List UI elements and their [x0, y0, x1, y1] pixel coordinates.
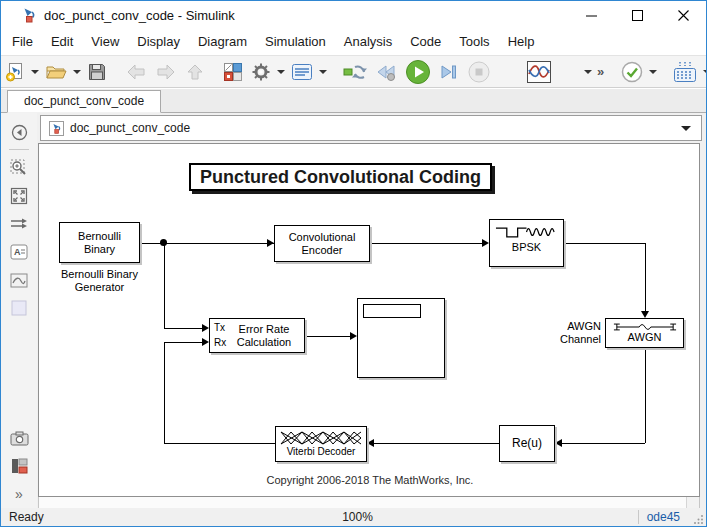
minimize-button[interactable] — [568, 1, 614, 29]
block-complex-to-real[interactable]: Re(u) — [499, 425, 555, 462]
port-tx: Tx — [214, 323, 225, 333]
block-bernoulli-binary[interactable]: Bernoulli Binary — [59, 222, 140, 263]
new-model-button[interactable] — [2, 58, 28, 86]
resize-grip[interactable] — [694, 514, 704, 524]
more-tools-button[interactable]: » — [9, 484, 29, 504]
solver-indicator[interactable]: ode45 — [647, 510, 680, 524]
awgn-label-inner: AWGN — [628, 331, 662, 344]
build-button[interactable] — [670, 58, 700, 86]
check-circle-icon — [621, 61, 643, 83]
display-value-field — [363, 304, 421, 318]
signal-routing-button[interactable] — [9, 214, 29, 234]
menu-help[interactable]: Help — [499, 29, 544, 55]
bpsk-label: BPSK — [512, 241, 541, 254]
menu-bar: File Edit View Display Diagram Simulatio… — [1, 29, 706, 55]
model-settings-dropdown[interactable] — [277, 70, 285, 74]
model-settings-button[interactable] — [248, 58, 274, 86]
minimize-icon — [586, 10, 597, 21]
block-label-bernoulli[interactable]: Bernoulli Binary Generator — [39, 268, 160, 294]
step-back-button[interactable] — [372, 58, 400, 86]
palette-divider — [9, 149, 29, 150]
menu-display[interactable]: Display — [128, 29, 189, 55]
signal-wire[interactable] — [564, 243, 645, 244]
update-diagram-button[interactable] — [340, 58, 370, 86]
menu-simulation[interactable]: Simulation — [256, 29, 335, 55]
block-viterbi-decoder[interactable]: Viterbi Decoder — [275, 426, 367, 462]
block-error-rate-calculation[interactable]: Tx Rx Error Rate Calculation — [209, 318, 305, 353]
sdi-dropdown[interactable] — [584, 70, 592, 74]
signal-wire[interactable] — [374, 443, 499, 444]
build-dropdown[interactable] — [703, 70, 707, 74]
signal-wire[interactable] — [305, 336, 350, 337]
signal-wire[interactable] — [164, 243, 165, 328]
model-advisor-dropdown[interactable] — [649, 70, 657, 74]
menu-view[interactable]: View — [82, 29, 128, 55]
open-dropdown[interactable] — [73, 70, 81, 74]
block-bpsk-modulator[interactable]: BPSK — [489, 219, 564, 267]
screenshot-button[interactable] — [9, 428, 29, 448]
build-keyboard-icon — [673, 61, 697, 83]
block-display[interactable] — [357, 298, 445, 378]
menu-edit[interactable]: Edit — [42, 29, 82, 55]
breadcrumb[interactable]: doc_punct_conv_code — [70, 121, 190, 135]
fit-to-view-button[interactable] — [9, 186, 29, 206]
wire-arrowhead — [202, 324, 209, 332]
maximize-button[interactable] — [614, 1, 660, 29]
wire-arrowhead — [641, 311, 649, 318]
annotation-button[interactable]: A — [9, 242, 29, 262]
tab-doc-punct-conv-code[interactable]: doc_punct_conv_code — [7, 90, 161, 113]
block-awgn-channel[interactable]: AWGN — [605, 318, 684, 348]
signal-wire[interactable] — [164, 342, 165, 443]
main-area: A — [1, 113, 706, 508]
menu-tools[interactable]: Tools — [450, 29, 498, 55]
scope-plot-icon — [526, 60, 552, 84]
stop-button[interactable] — [464, 58, 494, 86]
close-button[interactable] — [660, 1, 706, 29]
sample-time-box-button[interactable] — [9, 298, 29, 318]
title-bar: doc_punct_conv_code - Simulink — [1, 1, 706, 29]
signal-wire[interactable] — [164, 342, 202, 343]
simulink-logo-icon — [21, 7, 37, 23]
menu-code[interactable]: Code — [401, 29, 450, 55]
menu-analysis[interactable]: Analysis — [335, 29, 401, 55]
image-button[interactable] — [9, 270, 29, 290]
run-button[interactable] — [402, 58, 434, 86]
signal-wire[interactable] — [645, 243, 646, 311]
open-button[interactable] — [42, 58, 70, 86]
block-label-awgn-channel[interactable]: AWGN Channel — [539, 320, 601, 346]
signal-wire[interactable] — [562, 443, 645, 444]
model-advisor-button[interactable] — [618, 58, 646, 86]
navigate-up-button[interactable] — [182, 58, 208, 86]
signal-wire[interactable] — [164, 328, 202, 329]
signal-wire[interactable] — [370, 243, 482, 244]
camera-icon — [10, 431, 29, 446]
block-convolutional-encoder[interactable]: Convolutional Encoder — [274, 225, 370, 262]
model-configuration-button[interactable] — [288, 58, 316, 86]
breadcrumb-dropdown-icon[interactable] — [681, 126, 691, 131]
zoom-tool-button[interactable] — [9, 158, 29, 178]
signal-wire[interactable] — [645, 348, 646, 443]
navigate-forward-button[interactable] — [152, 58, 180, 86]
viewmarks-button[interactable] — [9, 456, 29, 476]
step-forward-button[interactable] — [436, 58, 462, 86]
model-icon — [49, 121, 64, 136]
wire-arrowhead — [267, 239, 274, 247]
model-configuration-dropdown[interactable] — [319, 70, 327, 74]
navigate-back-button[interactable] — [122, 58, 150, 86]
error-rate-label: Error Rate Calculation — [237, 323, 291, 349]
signal-wire[interactable] — [164, 443, 275, 444]
menu-diagram[interactable]: Diagram — [189, 29, 256, 55]
new-model-icon — [5, 62, 25, 82]
step-back-icon — [375, 62, 397, 82]
new-model-dropdown[interactable] — [31, 70, 39, 74]
toolbar-overflow-chevron[interactable]: » — [597, 64, 604, 79]
zoom-level: 100% — [342, 510, 373, 524]
library-browser-button[interactable] — [220, 58, 246, 86]
hide-explorer-bar-button[interactable] — [9, 122, 29, 142]
menu-file[interactable]: File — [3, 29, 42, 55]
save-button[interactable] — [84, 58, 110, 86]
open-folder-icon — [45, 63, 67, 81]
back-arrow-icon — [125, 62, 147, 82]
simulation-data-inspector-button[interactable] — [523, 58, 555, 86]
statusbar-divider — [638, 510, 639, 524]
